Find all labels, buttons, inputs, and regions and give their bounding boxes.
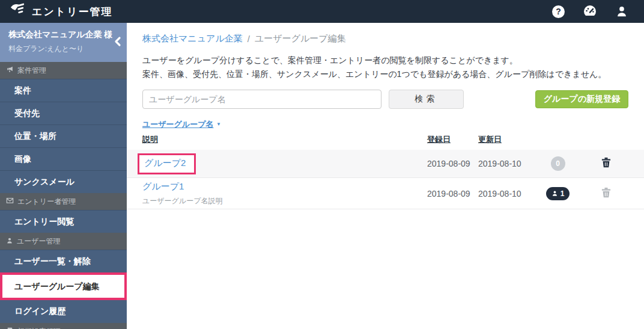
page-description: ユーザーをグループ分けすることで、案件管理・エントリー者の閲覧を制限することがで… [142, 54, 628, 81]
group-name-link[interactable]: グループ2 [144, 158, 186, 168]
sidebar-section-users: ユーザー管理 [0, 233, 127, 250]
wing-logo-icon [8, 2, 26, 20]
breadcrumb-current: ユーザーグループ編集 [255, 33, 346, 45]
app-logo: エントリー管理 [8, 2, 113, 20]
member-count-badge[interactable]: 1 [546, 187, 570, 200]
dashboard-gauge-icon[interactable] [583, 4, 597, 19]
delete-group-icon[interactable] [600, 186, 612, 201]
group-name-search-input[interactable] [142, 90, 381, 109]
sidebar: 株式会社マニュアル企業 様 料金プラン:えんと〜り 案件管理 案件 受付先 位置… [0, 23, 127, 329]
sidebar-section-entrants: エントリー者管理 [0, 193, 127, 210]
plan-label: 料金プラン:えんと〜り [8, 44, 118, 54]
sidebar-section-initial-settings: 初期設定管理 [0, 323, 127, 329]
sidebar-item-user-group-edit[interactable]: ユーザーグループ編集 [2, 275, 124, 298]
description-line-1: ユーザーをグループ分けすることで、案件管理・エントリー者の閲覧を制限することがで… [142, 54, 628, 67]
breadcrumb-company-link[interactable]: 株式会社マニュアル企業 [142, 33, 243, 45]
sidebar-item-reception[interactable]: 受付先 [0, 102, 127, 125]
envelope-icon [6, 197, 14, 206]
table-row: グループ1 ユーザーグループ名説明 2019-08-09 2019-08-10 … [127, 178, 644, 209]
updated-date: 2019-08-10 [478, 189, 521, 198]
table-row: グループ2 2019-08-09 2019-08-10 0 [127, 150, 644, 178]
column-updated-label: 更新日 [478, 134, 502, 145]
sort-group-name-link[interactable]: ユーザーグループ名 [142, 120, 214, 129]
member-count-badge: 0 [551, 156, 565, 171]
registered-date: 2019-08-09 [427, 159, 470, 168]
book-icon [6, 327, 14, 329]
sidebar-item-thanks-mail[interactable]: サンクスメール [0, 170, 127, 193]
group-description: ユーザーグループ名説明 [142, 196, 427, 206]
sidebar-item-images[interactable]: 画像 [0, 147, 127, 170]
company-name: 株式会社マニュアル企業 様 [8, 29, 118, 40]
registered-date: 2019-08-09 [427, 189, 470, 198]
sidebar-collapse-icon[interactable] [114, 36, 122, 49]
sidebar-item-location[interactable]: 位置・場所 [0, 125, 127, 147]
new-group-button[interactable]: グループの新規登録 [535, 90, 628, 108]
table-header: ユーザーグループ名 ▼ 説明 登録日 更新日 [142, 118, 628, 145]
main-content: 株式会社マニュアル企業 / ユーザーグループ編集 ユーザーをグループ分けすること… [127, 23, 644, 329]
sidebar-item-login-history[interactable]: ログイン履歴 [0, 300, 127, 323]
breadcrumb-separator: / [248, 34, 250, 44]
breadcrumb: 株式会社マニュアル企業 / ユーザーグループ編集 [142, 33, 628, 45]
top-navbar: エントリー管理 ? [0, 0, 644, 23]
group-name-link[interactable]: グループ1 [142, 181, 184, 191]
sidebar-section-projects: 案件管理 [0, 62, 127, 79]
search-toolbar: 検索 グループの新規登録 [142, 90, 628, 109]
highlight-annotation-sidebar: ユーザーグループ編集 [0, 272, 127, 300]
user-account-icon[interactable] [615, 5, 628, 18]
user-icon [6, 237, 13, 246]
sidebar-company-header: 株式会社マニュアル企業 様 料金プラン:えんと〜り [0, 23, 127, 62]
updated-date: 2019-08-10 [478, 159, 521, 168]
column-description-label: 説明 [142, 134, 158, 145]
sidebar-item-entry-view[interactable]: エントリー閲覧 [0, 210, 127, 233]
delete-group-icon[interactable] [600, 156, 612, 171]
member-icon [551, 190, 558, 197]
topbar-icons: ? [552, 4, 636, 19]
search-button[interactable]: 検索 [389, 90, 464, 109]
sidebar-item-projects[interactable]: 案件 [0, 79, 127, 102]
column-registered-label: 登録日 [427, 134, 451, 145]
description-line-2: 案件、画像、受付先、位置・場所、サンクスメール、エントリーの1つでも登録がある場… [142, 67, 628, 81]
sidebar-item-user-list[interactable]: ユーザー一覧・解除 [0, 250, 127, 272]
megaphone-icon [6, 66, 14, 75]
help-icon[interactable]: ? [552, 5, 565, 18]
sort-caret-icon: ▼ [216, 121, 221, 127]
highlight-annotation-group2: グループ2 [138, 153, 196, 174]
app-title: エントリー管理 [32, 5, 113, 19]
